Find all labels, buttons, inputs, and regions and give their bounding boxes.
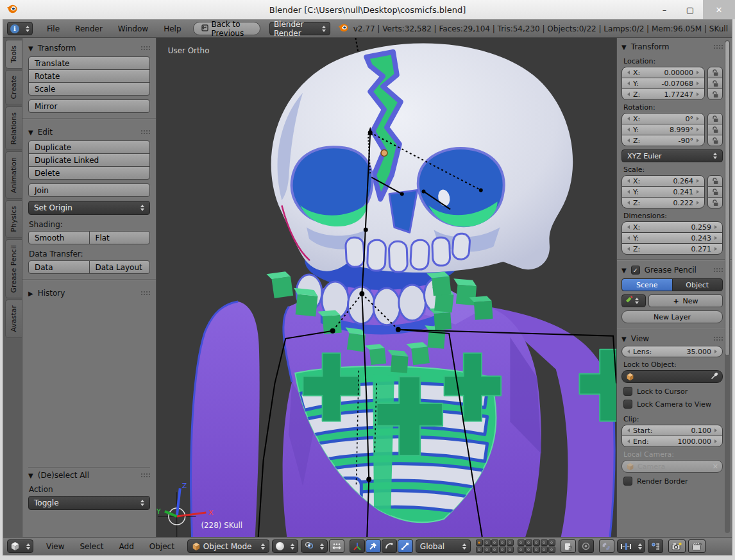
tab-animation[interactable]: Animation xyxy=(5,151,22,199)
gp-object-button[interactable]: Object xyxy=(672,278,723,291)
panel-drag-dots[interactable] xyxy=(140,473,150,479)
panel-drag-dots[interactable] xyxy=(140,291,150,296)
scale-y-field[interactable]: Y:0.241 xyxy=(621,186,705,198)
transform-panel-header[interactable]: ▼ Transform xyxy=(28,44,150,53)
lens-field[interactable]: Lens: 35.000 xyxy=(621,346,723,357)
menu-render[interactable]: Render xyxy=(69,22,109,35)
panel-drag-dots[interactable] xyxy=(140,130,150,135)
panel-drag-dots[interactable] xyxy=(713,267,723,273)
data-button[interactable]: Data xyxy=(28,260,90,274)
rotate-manipulator-toggle[interactable] xyxy=(382,539,397,553)
rotate-button[interactable]: Rotate xyxy=(28,69,150,83)
location-y-field[interactable]: Y:-0.07068 xyxy=(621,78,705,89)
gp-brush-select[interactable] xyxy=(621,294,646,307)
viewport-shading-select[interactable] xyxy=(272,539,298,553)
translate-manipulator-toggle[interactable] xyxy=(366,539,381,553)
gp-scene-button[interactable]: Scene xyxy=(621,278,673,291)
flat-button[interactable]: Flat xyxy=(89,231,151,244)
rotation-z-field[interactable]: Z:-90° xyxy=(621,135,705,146)
smooth-button[interactable]: Smooth xyxy=(28,231,90,244)
scale-z-lock-button[interactable] xyxy=(707,197,723,208)
scale-y-lock-button[interactable] xyxy=(707,186,723,198)
rotation-x-field[interactable]: X:0° xyxy=(621,113,705,124)
transform-props-header[interactable]: ▼ Transform xyxy=(621,42,723,51)
menu-object[interactable]: Object xyxy=(143,540,181,553)
maximize-button[interactable]: ▢ xyxy=(677,0,703,19)
proportional-edit-toggle[interactable] xyxy=(579,539,594,553)
scrollbar-thumb[interactable] xyxy=(725,40,730,356)
menu-add[interactable]: Add xyxy=(113,540,140,553)
tab-relations[interactable]: Relations xyxy=(5,106,22,151)
join-button[interactable]: Join xyxy=(28,183,150,197)
dimensions-x-field[interactable]: X:0.259 xyxy=(621,221,723,233)
panel-drag-dots[interactable] xyxy=(713,44,723,50)
back-to-previous-button[interactable]: Back to Previous xyxy=(193,22,260,35)
new-layer-button[interactable]: New Layer xyxy=(621,310,723,323)
location-y-lock-button[interactable] xyxy=(707,78,723,89)
transform-orientation-select[interactable]: Global xyxy=(416,539,471,553)
rotation-y-lock-button[interactable] xyxy=(707,124,723,135)
set-origin-select[interactable]: Set Origin xyxy=(28,201,150,215)
menu-view[interactable]: View xyxy=(40,540,71,553)
data-layout-button[interactable]: Data Layout xyxy=(89,260,151,274)
render-engine-select[interactable]: Blender Render xyxy=(269,22,330,35)
tab-physics[interactable]: Physics xyxy=(5,200,22,238)
menu-help[interactable]: Help xyxy=(157,22,187,35)
clip-start-field[interactable]: Start:0.100 xyxy=(621,425,723,436)
scale-x-field[interactable]: X:0.264 xyxy=(621,175,705,187)
duplicate-button[interactable]: Duplicate xyxy=(28,140,150,154)
menu-select[interactable]: Select xyxy=(73,540,110,553)
view-panel-header[interactable]: ▼ View xyxy=(621,334,723,343)
pivot-point-select[interactable] xyxy=(301,539,328,553)
dimensions-y-field[interactable]: Y:0.243 xyxy=(621,232,723,244)
layers-grid-right[interactable] xyxy=(518,539,555,553)
layers-grid-left[interactable] xyxy=(476,539,514,553)
deselect-all-panel-header[interactable]: ▼ (De)select All xyxy=(28,471,150,480)
grease-pencil-checkbox[interactable]: ✓ xyxy=(631,266,640,275)
render-opengl-button[interactable] xyxy=(668,539,686,553)
mode-select[interactable]: Object Mode xyxy=(187,539,269,553)
rotation-mode-select[interactable]: XYZ Euler xyxy=(621,149,723,162)
dimensions-z-field[interactable]: Z:0.271 xyxy=(621,243,723,255)
window-titlebar[interactable]: Blender [C:\Users\null\Desktop\cosmicfs.… xyxy=(0,0,735,19)
tab-avastar[interactable]: Avastar xyxy=(5,300,22,337)
close-button[interactable]: ✕ xyxy=(703,0,735,19)
scene-lock-toggle[interactable] xyxy=(561,539,576,553)
scale-x-lock-button[interactable] xyxy=(707,175,723,187)
lock-to-object-field[interactable] xyxy=(621,370,723,383)
translate-button[interactable]: Translate xyxy=(28,56,150,70)
eyedropper-icon[interactable] xyxy=(711,372,718,382)
location-x-lock-button[interactable] xyxy=(707,67,723,78)
scale-button[interactable]: Scale xyxy=(28,82,150,96)
location-z-lock-button[interactable] xyxy=(707,89,723,100)
clip-end-field[interactable]: End:1000.000 xyxy=(621,436,723,447)
lock-to-cursor-checkbox[interactable] xyxy=(623,387,632,396)
scale-z-field[interactable]: Z:0.222 xyxy=(621,197,705,208)
panel-drag-dots[interactable] xyxy=(713,336,723,342)
panel-drag-dots[interactable] xyxy=(140,46,150,51)
viewport-editor-type-button[interactable] xyxy=(7,539,33,553)
rotation-y-field[interactable]: Y:8.999° xyxy=(621,124,705,135)
history-panel-header[interactable]: ▶ History xyxy=(28,289,150,298)
editor-type-button[interactable]: i xyxy=(7,22,33,35)
lock-camera-checkbox[interactable] xyxy=(623,400,632,409)
render-border-checkbox[interactable] xyxy=(623,477,632,486)
properties-scrollbar[interactable] xyxy=(725,40,730,533)
mirror-button[interactable]: Mirror xyxy=(28,99,150,113)
rotation-x-lock-button[interactable] xyxy=(707,113,723,124)
delete-button[interactable]: Delete xyxy=(28,166,150,180)
gp-new-button[interactable]: + New xyxy=(648,294,723,307)
location-z-field[interactable]: Z:1.77247 xyxy=(621,89,705,100)
grease-pencil-header[interactable]: ▼ ✓ Grease Pencil xyxy=(621,266,723,275)
duplicate-linked-button[interactable]: Duplicate Linked xyxy=(28,153,150,167)
snap-toggle[interactable] xyxy=(599,539,614,553)
tab-create[interactable]: Create xyxy=(5,70,22,105)
snap-target-button[interactable] xyxy=(648,539,663,553)
render-opengl-anim-button[interactable] xyxy=(688,539,705,553)
menu-file[interactable]: File xyxy=(40,22,66,35)
action-select[interactable]: Toggle xyxy=(28,496,150,510)
tab-tools[interactable]: Tools xyxy=(5,40,22,69)
snap-element-select[interactable] xyxy=(617,539,645,553)
scale-manipulator-toggle[interactable] xyxy=(398,539,413,553)
tab-grease-pencil[interactable]: Grease Pencil xyxy=(5,239,22,298)
